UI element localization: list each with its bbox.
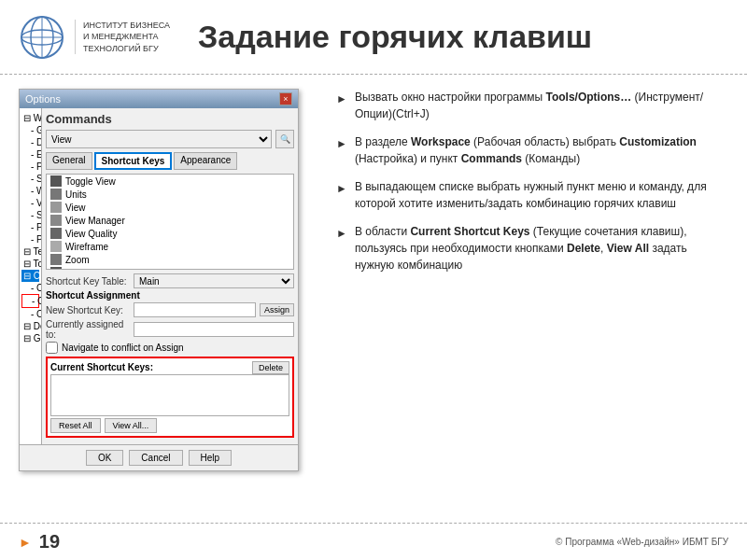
commands-list[interactable]: Toggle View Units View View Manager: [46, 174, 294, 270]
currently-assigned-input[interactable]: [134, 322, 294, 337]
tree-toolbox[interactable]: ⊟ Toolbox: [21, 258, 39, 270]
key-table-label: Shortcut Key Table:: [46, 276, 130, 287]
key-table-row: Shortcut Key Table: Main: [46, 273, 294, 288]
view-icon: [50, 202, 62, 213]
footer-arrow-icon: ►: [19, 535, 32, 550]
main-title: Задание горячих клавиш: [198, 19, 592, 55]
bullet-arrow-3: ►: [336, 180, 347, 197]
list-item[interactable]: Wireframe: [47, 240, 293, 253]
bullet-3: ► В выпадающем списке выбрать нужный пун…: [336, 178, 728, 212]
bullet-arrow-4: ►: [336, 225, 347, 242]
shortcut-assignment-label: Shortcut Assignment: [46, 290, 294, 301]
dialog-title: Options: [25, 93, 61, 105]
close-button[interactable]: ×: [279, 92, 292, 105]
tabs-row: General Shortcut Keys Appearance: [46, 152, 294, 170]
bullet-arrow-1: ►: [336, 91, 347, 107]
tree-warnings[interactable]: - Warnings: [21, 185, 39, 197]
bullet-1: ► Вызвать окно настройки программы Tools…: [336, 89, 728, 122]
view-manager-icon: [50, 215, 62, 226]
list-item[interactable]: View Quality: [47, 227, 293, 240]
view-all-button[interactable]: View All...: [105, 418, 158, 433]
item-label: View Quality: [65, 229, 117, 239]
help-button[interactable]: Help: [189, 450, 233, 466]
assign-button[interactable]: Assign: [260, 303, 294, 316]
ok-button[interactable]: OK: [86, 450, 123, 466]
tree-color-palette[interactable]: - Color Palette: [21, 308, 39, 320]
tree-plugins[interactable]: - Plug-Ins: [21, 233, 39, 245]
bullet-arrow-2: ►: [336, 135, 347, 152]
currently-assigned-label: Currently assigned to:: [46, 319, 130, 340]
footer: ► 19 © Программа «Web-дизайн» ИБМТ БГУ: [0, 523, 747, 560]
tab-shortcut-keys[interactable]: Shortcut Keys: [94, 152, 173, 170]
commands-top: View 🔍: [46, 130, 294, 148]
options-dialog: Options × ⊟ Workspace - General - Displa…: [19, 89, 299, 471]
item-label: View Manager: [65, 216, 125, 226]
page-number: 19: [39, 531, 60, 553]
tree-vba[interactable]: - VBA: [21, 197, 39, 209]
footer-left: ► 19: [19, 531, 60, 553]
delete-button[interactable]: Delete: [252, 361, 289, 374]
tree-command-bars[interactable]: - Command Bars: [21, 282, 39, 294]
globe-icon: [19, 14, 65, 61]
current-keys-label: Current Shortcut Keys:: [50, 362, 153, 372]
reset-all-button[interactable]: Reset All: [50, 418, 101, 433]
tree-general[interactable]: - General: [21, 124, 39, 136]
bullet-text-4: В области Current Shortcut Keys (Текущие…: [355, 223, 728, 273]
bullet-4: ► В области Current Shortcut Keys (Текущ…: [336, 223, 728, 273]
header: Институт бизнеса и менеджмента технологи…: [0, 0, 747, 75]
commands-title: Commands: [46, 112, 294, 126]
cancel-button[interactable]: Cancel: [129, 450, 182, 466]
list-item[interactable]: Units: [47, 188, 293, 201]
tree-powerclip[interactable]: - PowerClip Frame: [21, 161, 39, 173]
bullet-2: ► В разделе Workspace (Рабочая область) …: [336, 133, 728, 167]
shortcut-area: Shortcut Key Table: Main Shortcut Assign…: [46, 273, 294, 441]
tab-general[interactable]: General: [46, 152, 92, 170]
tree-workspace[interactable]: ⊟ Workspace: [21, 112, 39, 124]
tree-edit[interactable]: - Edit: [21, 148, 39, 161]
current-keys-list[interactable]: [50, 374, 289, 416]
list-item[interactable]: View: [47, 201, 293, 214]
tree-panel: ⊟ Workspace - General - Display - Edit -…: [20, 108, 42, 444]
units-icon: [50, 189, 62, 200]
key-table-select[interactable]: Main: [134, 273, 294, 288]
tab-appearance[interactable]: Appearance: [174, 152, 237, 170]
tree-customization[interactable]: ⊟ Customization: [21, 270, 39, 282]
item-label: Toggle View: [65, 176, 116, 187]
tree-display[interactable]: - Display: [21, 136, 39, 148]
currently-assigned-row: Currently assigned to:: [46, 319, 294, 340]
new-shortcut-input[interactable]: [134, 302, 256, 317]
view-select[interactable]: View: [46, 130, 272, 148]
left-panel: Options × ⊟ Workspace - General - Displa…: [19, 89, 308, 509]
institute-text: Институт бизнеса и менеджмента технологи…: [75, 20, 170, 55]
toggle-icon: [50, 175, 62, 187]
navigate-label: Navigate to conflict on Assign: [62, 343, 184, 353]
list-item[interactable]: Zoom: [47, 253, 293, 266]
tree-save[interactable]: - Save: [21, 209, 39, 221]
dialog-footer: OK Cancel Help: [20, 444, 298, 470]
tree-snap[interactable]: - Snap to Objects: [21, 173, 39, 185]
tree-powertrace[interactable]: - PowerTRACE: [21, 221, 39, 233]
bottom-buttons: Reset All View All...: [50, 418, 289, 433]
item-label: Units: [65, 189, 87, 200]
footer-copyright: © Программа «Web-дизайн» ИБМТ БГУ: [556, 537, 728, 547]
tree-commands[interactable]: - Commands: [21, 294, 39, 308]
new-shortcut-row: New Shortcut Key: Assign: [46, 302, 294, 317]
logo-area: Институт бизнеса и менеджмента технологи…: [19, 14, 170, 61]
item-label: Zoom: [65, 255, 90, 265]
list-item[interactable]: Zoom 1:1: [47, 266, 293, 270]
bullet-text-1: Вызвать окно настройки программы Tools/O…: [355, 89, 728, 122]
bullet-text-3: В выпадающем списке выбрать нужный пункт…: [355, 178, 728, 212]
list-item[interactable]: View Manager: [47, 214, 293, 227]
navigate-row: Navigate to conflict on Assign: [46, 342, 294, 354]
tree-text[interactable]: ⊟ Text: [21, 245, 39, 258]
content: Options × ⊟ Workspace - General - Displa…: [0, 75, 747, 523]
new-shortcut-label: New Shortcut Key:: [46, 305, 130, 315]
list-item[interactable]: Toggle View: [47, 175, 293, 188]
navigate-checkbox[interactable]: [46, 342, 58, 354]
search-button[interactable]: 🔍: [275, 130, 294, 148]
item-label: Wireframe: [65, 242, 108, 252]
tree-global[interactable]: ⊟ Global: [21, 332, 39, 344]
bullet-text-2: В разделе Workspace (Рабочая область) вы…: [355, 133, 728, 167]
wireframe-icon: [50, 241, 62, 252]
tree-document[interactable]: ⊟ Document: [21, 320, 39, 332]
